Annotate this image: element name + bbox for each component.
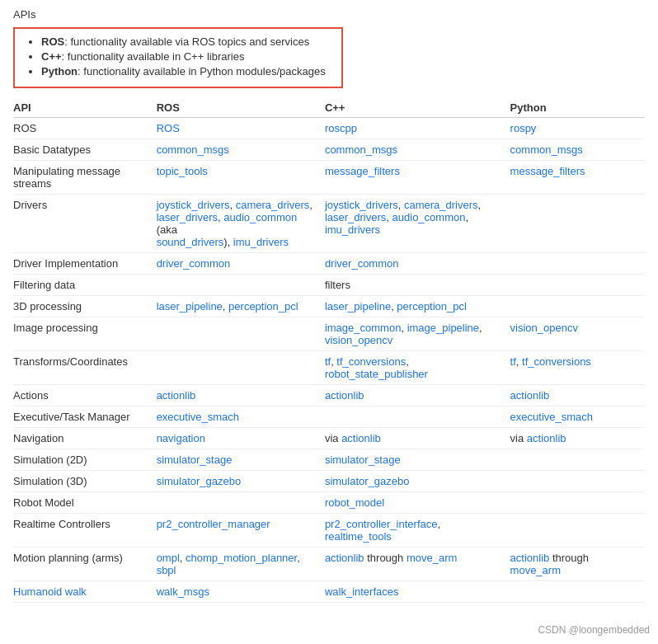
link[interactable]: camera_drivers (236, 199, 310, 211)
text: via (510, 432, 527, 444)
link[interactable]: robot_model (325, 496, 384, 509)
link[interactable]: imu_drivers (233, 236, 289, 248)
link[interactable]: tf (510, 355, 516, 368)
link[interactable]: chomp_motion_planner (186, 552, 297, 564)
api-cell: Motion planning (arms) (13, 548, 157, 581)
link[interactable]: perception_pcl (228, 300, 298, 313)
link[interactable]: sbpl (157, 564, 176, 576)
link[interactable]: laser_pipeline (157, 300, 223, 313)
table-row: Driver Implementationdriver_commondriver… (13, 253, 645, 275)
link[interactable]: move_arm (510, 564, 561, 576)
link[interactable]: common_msgs (510, 143, 583, 156)
link[interactable]: actionlib (510, 389, 550, 402)
link[interactable]: simulator_stage (325, 454, 401, 466)
link[interactable]: tf_conversions (336, 355, 406, 368)
table-row: Filtering datafilters (13, 275, 645, 296)
text: , (297, 552, 300, 564)
api-cell: Navigation (13, 428, 157, 449)
link[interactable]: sound_drivers (157, 236, 224, 248)
link[interactable]: simulator_gazebo (325, 475, 410, 487)
ros-cell (157, 351, 325, 385)
apis-box: ROS: functionality available via ROS top… (13, 27, 343, 88)
link[interactable]: pr2_controller_interface (325, 518, 438, 530)
api-cell: Simulation (3D) (13, 471, 157, 492)
link[interactable]: realtime_tools (325, 530, 392, 543)
link[interactable]: perception_pcl (397, 300, 467, 313)
link[interactable]: laser_drivers (325, 211, 386, 223)
text: via (325, 432, 341, 444)
ros-cell: simulator_stage (157, 449, 325, 471)
link[interactable]: walk_interfaces (325, 585, 399, 598)
text: , (386, 211, 392, 223)
link[interactable]: laser_drivers (157, 211, 218, 223)
table-row: Simulation (3D)simulator_gazebosimulator… (13, 471, 645, 492)
text: , (401, 322, 407, 334)
cpp-cell: tf, tf_conversions,robot_state_publisher (325, 351, 510, 385)
link[interactable]: navigation (157, 432, 205, 444)
python-cell (510, 296, 645, 317)
link[interactable]: actionlib (325, 552, 364, 564)
link[interactable]: executive_smach (157, 411, 239, 423)
api-link[interactable]: Humanoid walk (13, 585, 87, 598)
python-cell (510, 471, 645, 492)
ros-cell: executive_smach (157, 407, 325, 428)
link[interactable]: rospy (510, 122, 537, 134)
link[interactable]: camera_drivers (404, 199, 478, 211)
col-header-cpp: C++ (325, 98, 510, 118)
ros-cell (157, 275, 325, 296)
ros-cell: driver_common (157, 253, 325, 275)
link[interactable]: driver_common (157, 257, 231, 270)
api-cell: Simulation (2D) (13, 449, 157, 471)
link[interactable]: topic_tools (157, 165, 208, 177)
link[interactable]: driver_common (325, 257, 399, 270)
link[interactable]: imu_drivers (325, 223, 380, 236)
link[interactable]: simulator_gazebo (157, 475, 242, 487)
cpp-cell: pr2_controller_interface,realtime_tools (325, 514, 510, 548)
link[interactable]: walk_msgs (157, 585, 209, 598)
ros-cell: simulator_gazebo (157, 471, 325, 492)
cpp-cell: common_msgs (325, 139, 510, 161)
link[interactable]: move_arm (407, 552, 457, 564)
api-cell: Filtering data (13, 275, 157, 296)
cpp-cell: walk_interfaces (325, 581, 510, 603)
cpp-cell: actionlib through move_arm (325, 548, 510, 581)
link[interactable]: message_filters (510, 165, 585, 177)
ros-cell: topic_tools (157, 161, 325, 195)
link[interactable]: actionlib (325, 389, 364, 402)
link[interactable]: common_msgs (157, 143, 229, 156)
python-cell: rospy (510, 118, 645, 139)
link[interactable]: executive_smach (510, 411, 593, 423)
link[interactable]: roscpp (325, 122, 357, 134)
python-cell (510, 492, 645, 514)
link[interactable]: ROS (157, 122, 180, 134)
link[interactable]: vision_opencv (325, 334, 392, 346)
link[interactable]: image_common (325, 322, 402, 334)
link[interactable]: common_msgs (325, 143, 397, 156)
link[interactable]: pr2_controller_manager (157, 518, 270, 530)
link[interactable]: actionlib (527, 432, 566, 444)
api-cell: Driver Implementation (13, 253, 157, 275)
python-cell: actionlib through move_arm (510, 548, 645, 581)
link[interactable]: tf_conversions (522, 355, 591, 368)
link[interactable]: actionlib (157, 389, 196, 402)
python-cell (510, 449, 645, 471)
table-row: Executive/Task Managerexecutive_smachexe… (13, 407, 645, 428)
link[interactable]: audio_common (392, 211, 466, 223)
ros-cell: ROS (157, 118, 325, 139)
link[interactable]: joystick_drivers (157, 199, 230, 211)
link[interactable]: joystick_drivers (325, 199, 398, 211)
link[interactable]: ompl (157, 552, 180, 564)
link[interactable]: audio_common (223, 211, 297, 223)
cpp-cell: joystick_drivers, camera_drivers,laser_d… (325, 195, 510, 253)
link[interactable]: laser_pipeline (325, 300, 391, 313)
link[interactable]: actionlib (341, 432, 381, 444)
link[interactable]: actionlib (510, 552, 550, 564)
link[interactable]: robot_state_publisher (325, 368, 428, 380)
cpp-cell: robot_model (325, 492, 510, 514)
link[interactable]: simulator_stage (157, 454, 233, 466)
link[interactable]: vision_opencv (510, 322, 578, 334)
python-cell: actionlib (510, 385, 645, 407)
table-row: Motion planning (arms)ompl, chomp_motion… (13, 548, 645, 581)
link[interactable]: image_pipeline (407, 322, 479, 334)
link[interactable]: message_filters (325, 165, 400, 177)
